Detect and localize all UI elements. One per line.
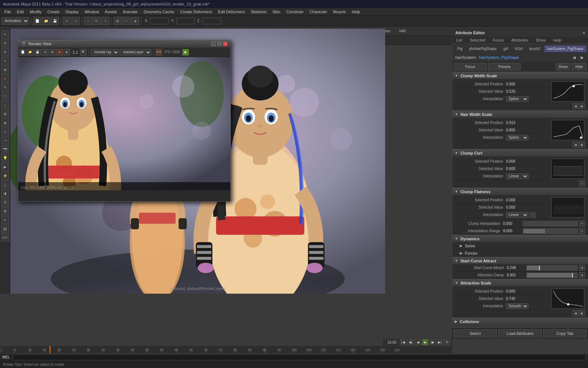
current-frame-field[interactable]: 18.00 bbox=[385, 339, 399, 346]
soft-select-icon[interactable]: ● bbox=[1, 74, 9, 82]
load-attrs-btn[interactable]: Load Attributes bbox=[498, 329, 542, 337]
node-tab-hairsystem[interactable]: hairSystem_PigShape bbox=[545, 46, 586, 52]
shader-icon[interactable]: ◑ bbox=[1, 189, 9, 197]
menu-assets[interactable]: Assets bbox=[102, 9, 120, 15]
x-field[interactable] bbox=[150, 18, 169, 24]
hws-interp-dropdown[interactable]: SplineLinearSmooth bbox=[506, 135, 528, 141]
rv-close-btn[interactable]: × bbox=[223, 42, 227, 46]
lasso-icon[interactable]: ⬭ bbox=[1, 92, 9, 100]
hair-width-scale-header[interactable]: ▼ Hair Width Scale bbox=[452, 110, 588, 118]
viewport-icon[interactable]: ⊞ bbox=[1, 207, 9, 215]
undo-btn[interactable]: ↩ bbox=[63, 17, 71, 25]
rv-settings-btn[interactable]: ⚙ bbox=[42, 49, 48, 56]
cf-curve-btn[interactable]: + bbox=[530, 212, 536, 218]
sca-damp-slider[interactable] bbox=[527, 273, 578, 278]
loop-btn[interactable]: ↻ bbox=[444, 339, 451, 346]
attr2-icon[interactable]: ≡ bbox=[1, 216, 9, 224]
clump-width-scale-header[interactable]: ▼ Clump Width Scale bbox=[452, 72, 588, 79]
node-tab-brush2[interactable]: brush2 bbox=[527, 46, 543, 52]
clump-interp-btn[interactable]: ≡ bbox=[579, 221, 585, 227]
rv-rgb-btn[interactable]: ● bbox=[56, 49, 63, 56]
attr-tab-help[interactable]: Help bbox=[549, 37, 565, 43]
menu-skin[interactable]: Skin bbox=[269, 9, 283, 15]
camera-icon[interactable]: 📷 bbox=[1, 145, 9, 153]
menu-constrain[interactable]: Constrain bbox=[283, 9, 306, 15]
menu-animate[interactable]: Animate bbox=[120, 9, 140, 15]
cws-interp-dropdown[interactable]: SplineLinearSmooth bbox=[506, 96, 528, 102]
menu-muscle[interactable]: Muscle bbox=[330, 9, 349, 15]
clump-flatness-header[interactable]: ▼ Clump Flatness bbox=[452, 188, 588, 195]
forces-item[interactable]: ▶ Forces bbox=[452, 250, 588, 257]
rv-ipr-btn[interactable]: IPR bbox=[155, 49, 162, 56]
save-btn[interactable]: 💾 bbox=[51, 17, 59, 25]
menu-geometry-cache[interactable]: Geometry Cache bbox=[141, 9, 177, 15]
attr-tab-show[interactable]: Show bbox=[532, 37, 549, 43]
cc-interp-dropdown[interactable]: LinearSplineSmooth bbox=[506, 173, 528, 179]
move-icon[interactable]: ✛ bbox=[1, 39, 9, 47]
node-tab-pfxhair[interactable]: pfxHairPigShape bbox=[466, 46, 499, 52]
light-icon[interactable]: 💡 bbox=[1, 154, 9, 162]
copy-tab-btn[interactable]: Copy Tab bbox=[543, 329, 587, 337]
rv-layer-dropdown[interactable]: masterLayer bbox=[120, 49, 151, 56]
cws-curve-right-btn[interactable]: ▶ bbox=[579, 103, 585, 109]
rv-display-btn[interactable]: 🖥 bbox=[49, 49, 55, 56]
tab-hik[interactable]: HIK bbox=[395, 27, 410, 35]
attr-tab-attributes[interactable]: Attributes bbox=[508, 37, 532, 43]
manip-icon[interactable]: ⊕ bbox=[1, 66, 9, 74]
step-back-btn[interactable]: ◀| bbox=[407, 339, 414, 346]
hair-system-nav-right[interactable]: ▶ bbox=[579, 55, 585, 60]
cc-curve-btn[interactable]: + bbox=[579, 180, 585, 186]
rotate-btn[interactable]: ↻ bbox=[93, 17, 101, 25]
play-back-btn[interactable]: ◀ bbox=[415, 339, 421, 346]
play-fwd-btn[interactable]: ▶ bbox=[422, 339, 429, 346]
redo-btn[interactable]: ↪ bbox=[72, 17, 80, 25]
z-field[interactable] bbox=[202, 18, 221, 24]
script-icon[interactable]: </> bbox=[1, 233, 9, 241]
sca-damp-key-btn[interactable]: ◈ bbox=[579, 272, 585, 278]
cv-icon[interactable]: ◇ bbox=[1, 127, 9, 135]
as-curve-right-btn[interactable]: ▶ bbox=[579, 310, 585, 316]
render-view-title-bar[interactable]: 🎬 Render View _ □ × bbox=[18, 40, 230, 47]
node-tab-girl[interactable]: girl bbox=[501, 46, 511, 52]
rv-zoom-btn[interactable]: 🔍 bbox=[80, 49, 87, 56]
timeline-area[interactable]: 1 5 10 15 20 25 30 35 40 45 50 55 60 65 … bbox=[0, 346, 452, 353]
paint-select-icon[interactable]: ✎ bbox=[1, 83, 9, 91]
menu-display[interactable]: Display bbox=[62, 9, 82, 15]
move-btn[interactable]: ↔ bbox=[84, 17, 92, 25]
attraction-scale-header[interactable]: ▼ Attraction Scale bbox=[452, 279, 588, 286]
hair-system-nav-left[interactable]: ◀ bbox=[571, 55, 577, 60]
step-fwd-btn[interactable]: |▶ bbox=[429, 339, 436, 346]
rv-new-btn[interactable]: 📄 bbox=[19, 49, 26, 56]
hide-btn[interactable]: Hide bbox=[572, 63, 587, 70]
focus-btn[interactable]: Focus bbox=[454, 63, 487, 70]
rv-renderer-dropdown[interactable]: mental ray bbox=[91, 49, 119, 56]
animation-dropdown[interactable]: Animation bbox=[1, 17, 29, 25]
y-field[interactable] bbox=[176, 18, 195, 24]
skip-end-btn[interactable]: ▶| bbox=[437, 339, 443, 346]
sca-attract-slider[interactable] bbox=[527, 265, 578, 270]
geo-icon[interactable]: △ bbox=[1, 180, 9, 188]
uv-icon[interactable]: ⊡ bbox=[1, 198, 9, 206]
clump-curl-header[interactable]: ▼ Clump Curl bbox=[452, 149, 588, 156]
menu-character[interactable]: Character bbox=[306, 9, 330, 15]
as-interp-dropdown[interactable]: SmoothSplineLinear bbox=[506, 303, 528, 309]
menu-skeleton[interactable]: Skeleton bbox=[248, 9, 270, 15]
sca-attract-key-btn[interactable]: ◈ bbox=[579, 265, 585, 271]
rv-maximize-btn[interactable]: □ bbox=[217, 42, 222, 46]
snap-point-btn[interactable]: ◈ bbox=[131, 17, 139, 25]
interp-range-btn[interactable]: ≡ bbox=[579, 228, 585, 234]
cf-interp-dropdown[interactable]: LinearSplineSmooth bbox=[506, 212, 528, 218]
select-icon[interactable]: ↖ bbox=[1, 30, 9, 38]
attr-tab-selected[interactable]: Selected bbox=[466, 37, 489, 43]
skip-start-btn[interactable]: |◀ bbox=[400, 339, 406, 346]
render2-icon[interactable]: ▶ bbox=[1, 163, 9, 171]
snap-curve-btn[interactable]: ~ bbox=[122, 17, 130, 25]
select-bottom-btn[interactable]: Select bbox=[453, 329, 497, 337]
dynamics-header[interactable]: ▼ Dynamics bbox=[452, 235, 588, 242]
node-tab-hgirl[interactable]: hGirl bbox=[512, 46, 525, 52]
scale-btn[interactable]: ⤡ bbox=[101, 17, 110, 25]
ipr-icon[interactable]: ⚡ bbox=[1, 171, 9, 180]
render-view-window[interactable]: 🎬 Render View _ □ × 📄 📁 💾 ⚙ 🖥 ● ◐ 1:1 🔍 … bbox=[18, 40, 231, 202]
attr-tab-focus[interactable]: Focus bbox=[489, 37, 508, 43]
attr-tab-list[interactable]: List bbox=[452, 37, 466, 43]
